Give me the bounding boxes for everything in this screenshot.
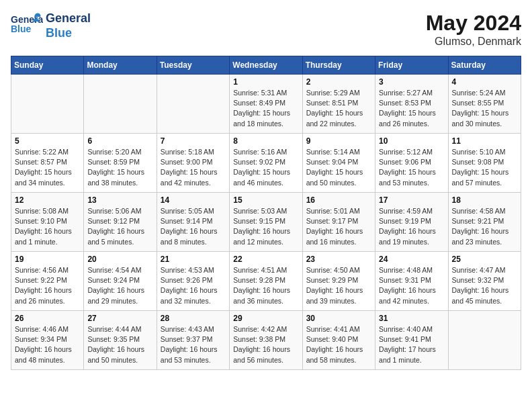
day-number: 1 bbox=[233, 77, 298, 87]
day-number: 22 bbox=[233, 255, 298, 264]
day-info: Sunrise: 5:05 AMSunset: 9:14 PMDaylight:… bbox=[161, 206, 226, 247]
day-number: 18 bbox=[452, 195, 517, 205]
day-number: 19 bbox=[15, 255, 80, 264]
day-number: 23 bbox=[306, 255, 371, 264]
title-area: May 2024 Glumso, Denmark bbox=[426, 11, 521, 48]
calendar-cell bbox=[84, 75, 157, 134]
day-number: 17 bbox=[379, 195, 444, 205]
calendar-week-row: 19Sunrise: 4:56 AMSunset: 9:22 PMDayligh… bbox=[11, 252, 521, 311]
day-number: 4 bbox=[452, 77, 517, 87]
calendar-cell: 12Sunrise: 5:08 AMSunset: 9:10 PMDayligh… bbox=[11, 193, 84, 252]
calendar-cell: 26Sunrise: 4:46 AMSunset: 9:34 PMDayligh… bbox=[11, 311, 84, 370]
day-info: Sunrise: 5:22 AMSunset: 8:57 PMDaylight:… bbox=[15, 147, 80, 188]
day-info: Sunrise: 5:10 AMSunset: 9:08 PMDaylight:… bbox=[452, 147, 517, 188]
calendar-cell: 7Sunrise: 5:18 AMSunset: 9:00 PMDaylight… bbox=[157, 134, 229, 193]
day-info: Sunrise: 4:40 AMSunset: 9:41 PMDaylight:… bbox=[379, 324, 444, 365]
calendar-cell: 15Sunrise: 5:03 AMSunset: 9:15 PMDayligh… bbox=[230, 193, 302, 252]
calendar-cell bbox=[448, 311, 521, 370]
day-info: Sunrise: 5:24 AMSunset: 8:55 PMDaylight:… bbox=[452, 88, 517, 129]
day-number: 31 bbox=[379, 314, 444, 323]
day-info: Sunrise: 5:01 AMSunset: 9:17 PMDaylight:… bbox=[306, 206, 371, 247]
day-number: 21 bbox=[161, 255, 226, 264]
calendar-cell: 14Sunrise: 5:05 AMSunset: 9:14 PMDayligh… bbox=[157, 193, 229, 252]
day-number: 13 bbox=[87, 195, 152, 205]
day-info: Sunrise: 5:18 AMSunset: 9:00 PMDaylight:… bbox=[161, 147, 226, 188]
calendar-cell: 18Sunrise: 4:58 AMSunset: 9:21 PMDayligh… bbox=[448, 193, 521, 252]
day-info: Sunrise: 4:44 AMSunset: 9:35 PMDaylight:… bbox=[87, 324, 152, 365]
calendar-cell: 16Sunrise: 5:01 AMSunset: 9:17 PMDayligh… bbox=[302, 193, 375, 252]
calendar-cell: 3Sunrise: 5:27 AMSunset: 8:53 PMDaylight… bbox=[375, 75, 448, 134]
calendar-cell: 22Sunrise: 4:51 AMSunset: 9:28 PMDayligh… bbox=[230, 252, 302, 311]
calendar-cell: 9Sunrise: 5:14 AMSunset: 9:04 PMDaylight… bbox=[302, 134, 375, 193]
weekday-header-tuesday: Tuesday bbox=[157, 56, 229, 75]
day-info: Sunrise: 4:58 AMSunset: 9:21 PMDaylight:… bbox=[452, 206, 517, 247]
day-info: Sunrise: 4:56 AMSunset: 9:22 PMDaylight:… bbox=[15, 265, 80, 306]
calendar-cell bbox=[157, 75, 229, 134]
weekday-header-thursday: Thursday bbox=[302, 56, 375, 75]
month-title: May 2024 bbox=[426, 11, 521, 36]
day-info: Sunrise: 4:53 AMSunset: 9:26 PMDaylight:… bbox=[161, 265, 226, 306]
calendar-cell: 2Sunrise: 5:29 AMSunset: 8:51 PMDaylight… bbox=[302, 75, 375, 134]
day-number: 20 bbox=[87, 255, 152, 264]
day-info: Sunrise: 5:08 AMSunset: 9:10 PMDaylight:… bbox=[15, 206, 80, 247]
weekday-header-sunday: Sunday bbox=[11, 56, 84, 75]
day-number: 8 bbox=[233, 136, 298, 146]
calendar-cell: 17Sunrise: 4:59 AMSunset: 9:19 PMDayligh… bbox=[375, 193, 448, 252]
day-info: Sunrise: 4:42 AMSunset: 9:38 PMDaylight:… bbox=[233, 324, 298, 365]
day-info: Sunrise: 5:12 AMSunset: 9:06 PMDaylight:… bbox=[379, 147, 444, 188]
day-info: Sunrise: 5:03 AMSunset: 9:15 PMDaylight:… bbox=[233, 206, 298, 247]
day-number: 2 bbox=[306, 77, 371, 87]
day-number: 3 bbox=[379, 77, 444, 87]
day-number: 5 bbox=[15, 136, 80, 146]
day-info: Sunrise: 4:48 AMSunset: 9:31 PMDaylight:… bbox=[379, 265, 444, 306]
day-info: Sunrise: 5:27 AMSunset: 8:53 PMDaylight:… bbox=[379, 88, 444, 129]
calendar-cell: 21Sunrise: 4:53 AMSunset: 9:26 PMDayligh… bbox=[157, 252, 229, 311]
day-info: Sunrise: 5:20 AMSunset: 8:59 PMDaylight:… bbox=[87, 147, 152, 188]
day-info: Sunrise: 4:50 AMSunset: 9:29 PMDaylight:… bbox=[306, 265, 371, 306]
day-info: Sunrise: 4:54 AMSunset: 9:24 PMDaylight:… bbox=[87, 265, 152, 306]
calendar-cell: 6Sunrise: 5:20 AMSunset: 8:59 PMDaylight… bbox=[84, 134, 157, 193]
weekday-header-wednesday: Wednesday bbox=[230, 56, 302, 75]
weekday-header-monday: Monday bbox=[84, 56, 157, 75]
day-number: 14 bbox=[161, 195, 226, 205]
weekday-header-row: SundayMondayTuesdayWednesdayThursdayFrid… bbox=[11, 56, 521, 75]
day-number: 29 bbox=[233, 314, 298, 323]
day-number: 9 bbox=[306, 136, 371, 146]
calendar-cell: 10Sunrise: 5:12 AMSunset: 9:06 PMDayligh… bbox=[375, 134, 448, 193]
day-number: 6 bbox=[87, 136, 152, 146]
calendar-table: SundayMondayTuesdayWednesdayThursdayFrid… bbox=[11, 56, 521, 370]
calendar-cell: 23Sunrise: 4:50 AMSunset: 9:29 PMDayligh… bbox=[302, 252, 375, 311]
day-number: 28 bbox=[161, 314, 226, 323]
calendar-cell: 31Sunrise: 4:40 AMSunset: 9:41 PMDayligh… bbox=[375, 311, 448, 370]
calendar-cell: 1Sunrise: 5:31 AMSunset: 8:49 PMDaylight… bbox=[230, 75, 302, 134]
day-info: Sunrise: 4:46 AMSunset: 9:34 PMDaylight:… bbox=[15, 324, 80, 365]
calendar-cell: 27Sunrise: 4:44 AMSunset: 9:35 PMDayligh… bbox=[84, 311, 157, 370]
logo-blue: Blue bbox=[46, 26, 91, 41]
logo: General Blue General Blue bbox=[11, 11, 91, 42]
day-info: Sunrise: 4:47 AMSunset: 9:32 PMDaylight:… bbox=[452, 265, 517, 306]
day-info: Sunrise: 5:14 AMSunset: 9:04 PMDaylight:… bbox=[306, 147, 371, 188]
header: General Blue General Blue May 2024 Glums… bbox=[11, 11, 521, 48]
weekday-header-friday: Friday bbox=[375, 56, 448, 75]
day-number: 7 bbox=[161, 136, 226, 146]
calendar-cell: 4Sunrise: 5:24 AMSunset: 8:55 PMDaylight… bbox=[448, 75, 521, 134]
calendar-week-row: 26Sunrise: 4:46 AMSunset: 9:34 PMDayligh… bbox=[11, 311, 521, 370]
day-number: 27 bbox=[87, 314, 152, 323]
calendar-cell: 24Sunrise: 4:48 AMSunset: 9:31 PMDayligh… bbox=[375, 252, 448, 311]
calendar-cell: 5Sunrise: 5:22 AMSunset: 8:57 PMDaylight… bbox=[11, 134, 84, 193]
day-info: Sunrise: 5:31 AMSunset: 8:49 PMDaylight:… bbox=[233, 88, 298, 129]
calendar-cell: 20Sunrise: 4:54 AMSunset: 9:24 PMDayligh… bbox=[84, 252, 157, 311]
day-info: Sunrise: 4:51 AMSunset: 9:28 PMDaylight:… bbox=[233, 265, 298, 306]
calendar-cell: 13Sunrise: 5:06 AMSunset: 9:12 PMDayligh… bbox=[84, 193, 157, 252]
calendar-cell: 11Sunrise: 5:10 AMSunset: 9:08 PMDayligh… bbox=[448, 134, 521, 193]
weekday-header-saturday: Saturday bbox=[448, 56, 521, 75]
svg-text:Blue: Blue bbox=[11, 24, 32, 34]
day-number: 16 bbox=[306, 195, 371, 205]
day-number: 12 bbox=[15, 195, 80, 205]
day-info: Sunrise: 4:41 AMSunset: 9:40 PMDaylight:… bbox=[306, 324, 371, 365]
day-number: 10 bbox=[379, 136, 444, 146]
calendar-week-row: 1Sunrise: 5:31 AMSunset: 8:49 PMDaylight… bbox=[11, 75, 521, 134]
day-info: Sunrise: 4:43 AMSunset: 9:37 PMDaylight:… bbox=[161, 324, 226, 365]
day-info: Sunrise: 4:59 AMSunset: 9:19 PMDaylight:… bbox=[379, 206, 444, 247]
day-number: 11 bbox=[452, 136, 517, 146]
